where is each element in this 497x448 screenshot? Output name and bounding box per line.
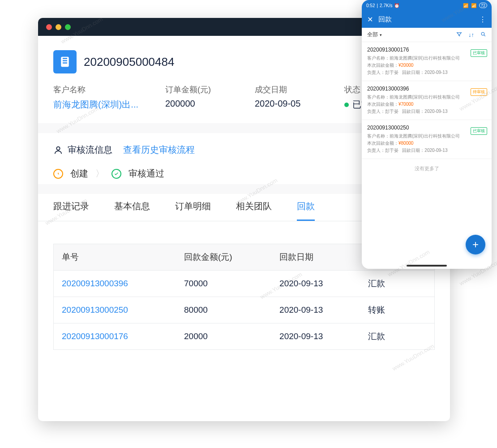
- filter-icon[interactable]: [456, 31, 462, 39]
- close-icon[interactable]: ✕: [367, 15, 373, 24]
- filter-all-dropdown[interactable]: 全部 ▾: [367, 31, 382, 39]
- payment-date: 2020-09-13: [271, 323, 360, 350]
- svg-point-0: [56, 146, 60, 150]
- approval-step-create: 创建: [70, 168, 88, 180]
- card-meta: 负责人：彭于晏 回款日期：2020-09-13: [367, 108, 486, 115]
- minimize-window-icon[interactable]: [56, 24, 61, 30]
- deal-date-label: 成交日期: [255, 84, 317, 95]
- payment-id-link[interactable]: 20200913000396: [54, 271, 176, 297]
- payment-id-link[interactable]: 20200913000250: [54, 297, 176, 323]
- card-amount: 本次回款金额：¥80000: [367, 140, 486, 147]
- wifi-icon: 📶: [471, 3, 476, 8]
- payment-id-link[interactable]: 20200913000176: [54, 323, 176, 350]
- no-more-text: 没有更多了: [362, 159, 492, 178]
- deal-date-value: 2020-09-05: [255, 99, 317, 109]
- chevron-down-icon: ▾: [380, 33, 382, 37]
- svg-point-1: [481, 32, 484, 35]
- table-row: 20200913000176 20000 2020-09-13 汇款: [54, 323, 435, 350]
- status-badge: 已审核: [471, 49, 487, 57]
- payment-method: 汇款: [360, 323, 435, 350]
- status-badge: 待审核: [471, 88, 487, 96]
- payment-date: 2020-09-13: [271, 297, 360, 323]
- chevron-right-icon: 〉: [95, 168, 104, 180]
- card-id: 20200913000396: [367, 86, 486, 92]
- table-row: 20200913000250 80000 2020-09-13 转账: [54, 297, 435, 323]
- mobile-header: ✕ 回款 ⋮: [362, 11, 492, 28]
- payment-method: 汇款: [360, 271, 435, 297]
- payment-amount: 70000: [176, 271, 271, 297]
- status-badge: 已审核: [471, 127, 487, 135]
- tab-order-detail[interactable]: 订单明细: [175, 200, 211, 221]
- user-icon: [53, 145, 63, 155]
- approval-history-link[interactable]: 查看历史审核流程: [123, 144, 195, 156]
- statusbar-time: 0:52: [366, 3, 375, 8]
- customer-label: 客户名称: [53, 84, 138, 95]
- th-date: 回款日期: [271, 244, 360, 271]
- clock-icon: [53, 169, 63, 179]
- tab-team[interactable]: 相关团队: [236, 200, 272, 221]
- card-amount: 本次回款金额：¥70000: [367, 101, 486, 108]
- card-id: 20200913000250: [367, 125, 486, 131]
- card-customer: 客户名称：前海龙图腾(深圳)出行科技有限公司: [367, 94, 486, 101]
- search-icon[interactable]: [480, 31, 486, 39]
- card-id: 20200913000176: [367, 47, 486, 53]
- check-circle-icon: [111, 169, 121, 179]
- payment-amount: 20000: [176, 323, 271, 350]
- mobile-statusbar: 0:52 | 2.7K/s ⏰ 📶 📶 72: [362, 0, 492, 11]
- mobile-header-title: 回款: [378, 15, 392, 24]
- card-amount: 本次回款金额：¥20000: [367, 62, 486, 69]
- approval-step-approved: 审核通过: [129, 168, 164, 180]
- status-dot-icon: [344, 103, 349, 107]
- customer-value[interactable]: 前海龙图腾(深圳)出...: [53, 99, 138, 111]
- mobile-filterbar: 全部 ▾ ↓↑: [362, 28, 492, 42]
- battery-icon: 72: [479, 3, 487, 8]
- maximize-window-icon[interactable]: [65, 24, 71, 30]
- order-amount-value: 200000: [165, 99, 228, 109]
- card-customer: 客户名称：前海龙图腾(深圳)出行科技有限公司: [367, 133, 486, 140]
- approval-section-title: 审核流信息: [68, 144, 112, 156]
- home-indicator: [407, 265, 447, 267]
- add-fab-button[interactable]: +: [466, 235, 485, 254]
- document-icon: [53, 50, 77, 73]
- th-id: 单号: [54, 244, 176, 271]
- order-amount-label: 订单金额(元): [165, 84, 228, 95]
- list-item[interactable]: 20200913000250 客户名称：前海龙图腾(深圳)出行科技有限公司 本次…: [362, 120, 492, 159]
- more-icon[interactable]: ⋮: [479, 15, 486, 24]
- mobile-device: 0:52 | 2.7K/s ⏰ 📶 📶 72 ✕ 回款 ⋮ 全部 ▾ ↓↑ 20…: [362, 0, 492, 269]
- signal-icon: 📶: [463, 3, 468, 8]
- document-title: 20200905000484: [84, 55, 174, 69]
- statusbar-speed: 2.7K/s: [380, 3, 392, 8]
- table-row: 20200913000396 70000 2020-09-13 汇款: [54, 271, 435, 297]
- payment-amount: 80000: [176, 297, 271, 323]
- tab-basic-info[interactable]: 基本信息: [114, 200, 150, 221]
- card-meta: 负责人：彭于晏 回款日期：2020-09-13: [367, 147, 486, 154]
- card-meta: 负责人：彭于晏 回款日期：2020-09-13: [367, 69, 486, 76]
- payment-method: 转账: [360, 297, 435, 323]
- sort-icon[interactable]: ↓↑: [468, 31, 474, 39]
- tab-followup[interactable]: 跟进记录: [53, 200, 89, 221]
- close-window-icon[interactable]: [46, 24, 52, 30]
- list-item[interactable]: 20200913000396 客户名称：前海龙图腾(深圳)出行科技有限公司 本次…: [362, 81, 492, 120]
- list-item[interactable]: 20200913000176 客户名称：前海龙图腾(深圳)出行科技有限公司 本次…: [362, 42, 492, 81]
- th-amount: 回款金额(元): [176, 244, 271, 271]
- alarm-icon: ⏰: [394, 3, 399, 8]
- mobile-list: 20200913000176 客户名称：前海龙图腾(深圳)出行科技有限公司 本次…: [362, 42, 492, 159]
- payment-date: 2020-09-13: [271, 271, 360, 297]
- card-customer: 客户名称：前海龙图腾(深圳)出行科技有限公司: [367, 55, 486, 62]
- tab-payment[interactable]: 回款: [297, 200, 315, 221]
